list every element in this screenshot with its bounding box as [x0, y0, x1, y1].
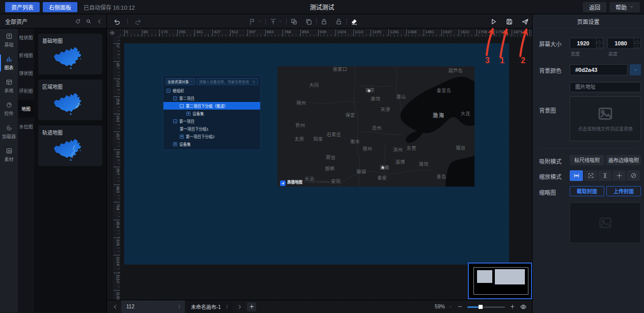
tree-node[interactable]: -第二项目下分组（推送）: [163, 102, 260, 110]
collapse-node-icon[interactable]: -: [180, 104, 184, 108]
ruler-tick-label: 85: [142, 30, 148, 36]
zoom-slider[interactable]: [467, 304, 505, 309]
publish-send-icon[interactable]: [521, 18, 529, 25]
search-icon[interactable]: [86, 18, 92, 24]
help-button[interactable]: 帮助: [609, 2, 640, 12]
unlock-icon[interactable]: [335, 18, 343, 25]
device-tree-widget[interactable]: 全部资源对象 请输入设备名称、场景名称查询 -根组织-第二项目-第二项目下分组（…: [163, 75, 261, 150]
save-icon[interactable]: [506, 18, 513, 25]
minimap[interactable]: [468, 263, 532, 299]
zoom-level-dropdown[interactable]: 59%: [435, 304, 453, 309]
bg-color-input[interactable]: #0d2a43: [570, 64, 628, 75]
snap-canvas-edge-button[interactable]: 画布边缘吸附: [606, 155, 641, 165]
collapse-node-icon[interactable]: -: [173, 119, 177, 123]
ruler-tick-label: 1451: [424, 30, 434, 36]
chevron-down-icon[interactable]: [278, 19, 283, 23]
actual-size-icon: [616, 172, 623, 179]
tree-node[interactable]: -第一项目: [163, 117, 260, 125]
tab-menu-kebab-icon[interactable]: [225, 304, 230, 309]
subcategory-item-折线图[interactable]: 折线图: [18, 46, 34, 64]
tab-menu-kebab-icon[interactable]: [177, 304, 182, 309]
zoom-slider-handle[interactable]: [479, 305, 483, 309]
category-item-素材[interactable]: 素材: [0, 143, 18, 166]
asset-thumbnail-区域地图[interactable]: 区域地图: [38, 80, 102, 120]
scale-none-button[interactable]: [627, 170, 640, 181]
subcategory-item-地图[interactable]: 地图: [18, 100, 34, 118]
height-step-up-icon[interactable]: [634, 38, 640, 44]
category-item-基础[interactable]: 基础: [0, 29, 18, 51]
width-step-up-icon[interactable]: [597, 38, 603, 44]
expand-node-icon[interactable]: +: [186, 112, 190, 116]
bottom-bar: 112未命名画布-1 59%: [107, 300, 532, 313]
expand-node-icon[interactable]: +: [173, 142, 177, 146]
subcategory-item-水位图[interactable]: 水位图: [18, 118, 34, 136]
expand-node-icon[interactable]: +: [180, 135, 184, 139]
tree-node[interactable]: +第一项目下分组2: [163, 133, 260, 140]
subcategory-item-饼状图[interactable]: 饼状图: [18, 64, 34, 82]
category-item-表格[interactable]: 表格: [0, 74, 18, 97]
tree-node-label: 第二项目下分组（推送）: [186, 103, 228, 109]
tree-node[interactable]: -第二项目: [163, 94, 260, 102]
next-tab-icon[interactable]: [237, 304, 243, 310]
capture-cover-button[interactable]: 截取封面: [570, 186, 604, 196]
canvas-tab-112[interactable]: 112: [121, 300, 185, 313]
map-city-label: 天津: [381, 106, 390, 113]
tree-search-input[interactable]: 请输入设备名称、场景名称查询: [197, 78, 258, 85]
redo-icon[interactable]: [134, 18, 142, 25]
tree-node[interactable]: +设备集: [163, 140, 260, 148]
tree-filter-dropdown[interactable]: 全部资源对象: [165, 78, 195, 85]
subcategory-item-环形图[interactable]: 环形图: [18, 82, 34, 100]
align-flag-icon[interactable]: [248, 18, 256, 25]
toggle-guides-eye-icon[interactable]: [109, 30, 115, 36]
copy-icon[interactable]: [305, 18, 313, 25]
bg-image-drop-area[interactable]: 点击或拖拽文件到这里更换: [570, 96, 641, 141]
canvas-tab-未命名画布-1[interactable]: 未命名画布-1: [186, 300, 233, 313]
ruler-tick-label: 341: [114, 114, 120, 122]
refresh-icon[interactable]: [75, 18, 81, 24]
subcategory-item-柱状图[interactable]: 柱状图: [18, 29, 34, 46]
asset-thumbnail-基础地图[interactable]: 基础地图: [38, 34, 102, 74]
canvas-tabs: 112未命名画布-1: [121, 300, 233, 313]
prev-tab-icon[interactable]: [112, 304, 118, 310]
tree-node[interactable]: +设备集: [163, 110, 260, 117]
category-item-图表[interactable]: 图表: [0, 51, 18, 74]
bg-color-picker-button[interactable]: [630, 64, 641, 75]
minimap-toggle-eye-icon[interactable]: [520, 303, 527, 310]
zoom-out-icon[interactable]: [457, 304, 463, 309]
add-canvas-button[interactable]: [247, 302, 256, 311]
upload-cover-button[interactable]: 上传封面: [606, 186, 641, 196]
asset-thumbnail-轨迹地图[interactable]: 轨迹地图: [38, 125, 102, 166]
map-city-label: 石家庄: [327, 131, 342, 138]
back-button[interactable]: 返回: [583, 2, 606, 12]
bg-image-url-input[interactable]: [570, 82, 641, 92]
undo-icon[interactable]: [113, 18, 121, 25]
screen-height-input[interactable]: 1080: [607, 38, 641, 49]
width-step-down-icon[interactable]: [597, 44, 603, 49]
category-item-加载器[interactable]: 加载器: [0, 120, 18, 143]
right-panel-toggle-button[interactable]: 右侧面板: [43, 2, 77, 12]
collapse-node-icon[interactable]: -: [166, 89, 171, 93]
amap-widget[interactable]: 张家口葫芦岛大同北京秦皇岛唐山廊坊朔州天津保定大连忻州沧州石家庄太原阳泉衡水德州…: [277, 66, 474, 187]
scale-fit-height-button[interactable]: [598, 170, 611, 181]
lock-icon[interactable]: [320, 18, 328, 25]
zoom-in-icon[interactable]: [510, 304, 515, 309]
snap-ruler-button[interactable]: 标尺线吸附: [570, 155, 604, 165]
group-icon[interactable]: [290, 18, 298, 25]
tree-node[interactable]: -根组织: [163, 87, 260, 94]
screen-width-input[interactable]: 1920: [570, 38, 603, 49]
height-step-down-icon[interactable]: [634, 44, 640, 49]
asset-panel: 全部资产 基础图表表格控件加载器素材 柱状图折线图饼状图环形图地图水位图 基础地…: [0, 14, 107, 313]
scale-actual-size-button[interactable]: [612, 170, 626, 181]
tree-node[interactable]: 第一项目下分组1: [163, 125, 260, 133]
collapse-node-icon[interactable]: -: [173, 96, 177, 100]
clear-canvas-eraser-icon[interactable]: [350, 18, 358, 25]
asset-list-toggle-button[interactable]: 资产列表: [5, 2, 40, 12]
scale-fit-screen-button[interactable]: [584, 170, 597, 181]
scale-fit-width-button[interactable]: [570, 170, 583, 181]
align-top-icon[interactable]: [269, 18, 277, 25]
category-item-控件[interactable]: 控件: [0, 97, 18, 120]
collapse-panel-icon[interactable]: [96, 18, 102, 24]
bg-color-label: 背景颜色: [539, 64, 570, 75]
preview-play-icon[interactable]: [490, 18, 497, 25]
chevron-down-icon[interactable]: [258, 19, 262, 23]
